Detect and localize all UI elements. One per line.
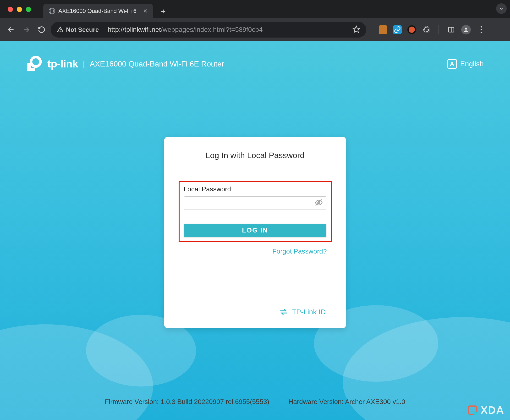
arrow-right-icon [22, 26, 30, 33]
link-icon [394, 26, 401, 33]
svg-rect-10 [27, 68, 35, 71]
svg-marker-4 [353, 26, 360, 32]
toggle-password-visibility[interactable] [315, 199, 323, 208]
language-selector[interactable]: A English [447, 59, 484, 69]
panel-icon [448, 26, 455, 33]
back-button[interactable] [5, 23, 17, 36]
extension-2[interactable] [393, 25, 402, 34]
side-panel-button[interactable] [447, 25, 456, 34]
product-model: AXE16000 Quad-Band Wi-Fi 6E Router [90, 60, 224, 68]
person-icon [463, 27, 469, 33]
svg-rect-5 [449, 27, 454, 32]
login-title: Log In with Local Password [184, 151, 326, 160]
url-host: http://tplinkwifi.net [108, 26, 161, 33]
xda-watermark-text: XDA [480, 404, 504, 416]
forward-button[interactable] [20, 23, 32, 36]
chevron-down-icon [499, 6, 504, 11]
address-bar[interactable]: Not Secure http://tplinkwifi.net/webpage… [51, 22, 366, 38]
xda-watermark: XDA [467, 404, 504, 416]
tab-list-dropdown[interactable] [496, 3, 507, 14]
close-tab-icon[interactable]: × [143, 8, 147, 14]
tab-title: AXE16000 Quad-Band Wi-Fi 6 [58, 8, 140, 14]
toolbar-separator [438, 25, 439, 34]
swap-icon [280, 308, 288, 316]
page-header: tp-link | AXE16000 Quad-Band Wi-Fi 6E Ro… [0, 55, 510, 72]
security-chip[interactable]: Not Secure [57, 26, 99, 33]
hardware-version: Hardware Version: Archer AXE300 v1.0 [288, 398, 405, 406]
browser-toolbar: Not Secure http://tplinkwifi.net/webpage… [0, 18, 510, 41]
globe-icon [49, 8, 55, 14]
browser-window: AXE16000 Quad-Band Wi-Fi 6 × + Not Secur… [0, 0, 510, 420]
svg-point-7 [465, 28, 467, 30]
browser-tab[interactable]: AXE16000 Quad-Band Wi-Fi 6 × [43, 4, 153, 18]
brand-logo: tp-link [26, 55, 78, 72]
tplink-logo-icon [26, 55, 43, 72]
window-minimize-button[interactable] [17, 7, 22, 12]
window-close-button[interactable] [8, 7, 13, 12]
login-card: Log In with Local Password Local Passwor… [164, 137, 346, 328]
svg-point-8 [31, 57, 40, 67]
url-path: /webpages/index.html?t=589f0cb4 [161, 26, 263, 33]
security-status-text: Not Secure [66, 26, 99, 33]
profile-button[interactable] [461, 25, 471, 34]
tplink-id-label: TP-Link ID [292, 308, 326, 316]
window-controls [8, 7, 31, 12]
warning-triangle-icon [57, 26, 64, 33]
bookmark-button[interactable] [352, 25, 360, 34]
extension-row [379, 25, 486, 34]
tab-strip: AXE16000 Quad-Band Wi-Fi 6 × + [0, 0, 510, 18]
language-icon: A [447, 59, 457, 69]
new-tab-button[interactable]: + [157, 5, 169, 17]
browser-menu-button[interactable] [477, 26, 486, 33]
language-label: English [460, 60, 484, 68]
extensions-menu-button[interactable] [422, 25, 430, 34]
reload-icon [38, 26, 45, 33]
separator: | [83, 59, 85, 69]
svg-point-3 [60, 31, 60, 31]
url-text: http://tplinkwifi.net/webpages/index.htm… [108, 26, 263, 33]
login-button[interactable]: LOG IN [184, 224, 326, 237]
highlight-box: Local Password: LOG IN [179, 181, 332, 242]
page-content: tp-link | AXE16000 Quad-Band Wi-Fi 6E Ro… [0, 41, 510, 420]
divider [103, 26, 103, 33]
window-maximize-button[interactable] [26, 7, 31, 12]
forgot-password-link[interactable]: Forgot Password? [184, 248, 327, 255]
extension-3[interactable] [407, 25, 416, 34]
password-input[interactable] [184, 197, 326, 210]
reload-button[interactable] [35, 23, 48, 36]
brand-name: tp-link [47, 58, 78, 70]
star-icon [352, 25, 360, 33]
firmware-version: Firmware Version: 1.0.3 Build 20220907 r… [105, 398, 269, 406]
arrow-left-icon [7, 26, 15, 33]
puzzle-icon [422, 26, 430, 33]
tplink-id-link[interactable]: TP-Link ID [184, 308, 326, 316]
password-label: Local Password: [184, 185, 326, 193]
xda-logo-icon [467, 405, 478, 416]
extension-1[interactable] [379, 25, 387, 34]
eye-off-icon [315, 199, 323, 207]
svg-rect-14 [474, 412, 477, 415]
page-footer: Firmware Version: 1.0.3 Build 20220907 r… [0, 398, 510, 406]
password-field-wrapper [184, 196, 326, 210]
